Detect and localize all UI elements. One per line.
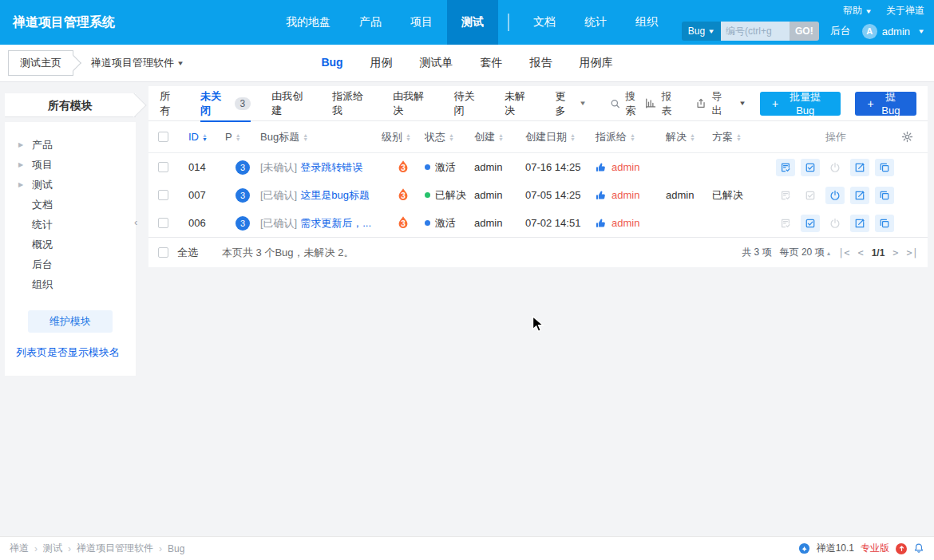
sidebar-item-stats[interactable]: 统计 <box>5 215 136 235</box>
bug-id: 006 <box>188 217 225 229</box>
edit-bug-button[interactable] <box>850 187 869 204</box>
copy-bug-button[interactable] <box>875 187 894 204</box>
search-type-dropdown[interactable]: Bug▼ <box>682 22 721 41</box>
bug-title-link[interactable]: 这里是bug标题 <box>300 189 370 201</box>
report-link[interactable]: 报表 <box>645 89 681 118</box>
first-page-button[interactable]: |< <box>838 247 849 258</box>
close-bug-button[interactable] <box>825 159 845 176</box>
col-resolver[interactable]: 解决▲▼ <box>666 130 712 144</box>
about-link[interactable]: 关于禅道 <box>886 4 924 18</box>
prev-page-button[interactable]: < <box>857 247 863 258</box>
confirm-bug-button[interactable] <box>776 215 795 232</box>
filter-all[interactable]: 所有 <box>160 86 180 121</box>
col-title[interactable]: Bug标题▲▼ <box>260 130 382 144</box>
edit-bug-button[interactable] <box>850 215 869 232</box>
copy-bug-button[interactable] <box>875 159 894 176</box>
collapse-arrow-icon[interactable]: ▶ <box>18 135 23 155</box>
help-menu[interactable]: 帮助▼ <box>843 4 872 18</box>
row-checkbox[interactable] <box>158 218 168 228</box>
col-status[interactable]: 状态▲▼ <box>425 130 474 144</box>
tab-report[interactable]: 报告 <box>530 56 552 70</box>
table-row[interactable]: 006 3 [已确认]需求更新后，... 3 激活 admin 07-02 14… <box>148 209 928 237</box>
row-checkbox[interactable] <box>158 162 168 172</box>
nav-product[interactable]: 产品 <box>345 0 396 45</box>
per-page-select[interactable]: 每页 20 项 ▴ <box>780 246 830 259</box>
table-row[interactable]: 007 3 [已确认]这里是bug标题 3 已解决 admin 07-05 14… <box>148 181 928 209</box>
breadcrumb-product[interactable]: 禅道项目管理软件 <box>77 542 153 555</box>
edit-bug-button[interactable] <box>850 159 869 176</box>
close-bug-button[interactable] <box>825 187 845 204</box>
upgrade-notice-icon[interactable] <box>896 543 907 554</box>
nav-test[interactable]: 测试 <box>447 0 498 45</box>
breadcrumb-bug[interactable]: Bug <box>168 543 184 554</box>
filter-opened-by-me[interactable]: 由我创建 <box>271 86 311 121</box>
filter-assigned-to-me[interactable]: 指派给我 <box>332 86 372 121</box>
breadcrumb-test[interactable]: 测试 <box>43 542 62 555</box>
sidebar-item-overview[interactable]: 概况 <box>5 235 136 254</box>
bug-title-link[interactable]: 需求更新后，... <box>300 217 371 229</box>
close-bug-button[interactable] <box>825 215 845 232</box>
row-checkbox[interactable] <box>158 190 168 200</box>
sidebar-item-doc[interactable]: 文档 <box>5 195 136 215</box>
select-all-checkbox[interactable] <box>158 247 168 258</box>
resolve-bug-button[interactable] <box>801 159 820 176</box>
col-severity[interactable]: 级别▲▼ <box>382 130 425 144</box>
filter-more-dropdown[interactable]: 更多▼ <box>555 86 585 121</box>
product-switcher[interactable]: 禅道项目管理软件▼ <box>91 56 184 70</box>
search-toggle[interactable]: 搜索 <box>610 89 645 118</box>
nav-org[interactable]: 组织 <box>621 0 672 45</box>
col-id[interactable]: ID▲▼ <box>188 131 225 143</box>
sidebar-item-project[interactable]: ▶项目 <box>5 155 136 175</box>
global-search-input[interactable] <box>721 22 790 41</box>
nav-project[interactable]: 项目 <box>396 0 447 45</box>
filter-to-close[interactable]: 待关闭 <box>453 86 484 121</box>
batch-add-bug-button[interactable]: +批量提Bug <box>760 92 841 116</box>
filter-resolved-by-me[interactable]: 由我解决 <box>393 86 433 121</box>
col-resolution[interactable]: 方案▲▼ <box>712 130 776 144</box>
show-module-name-link[interactable]: 列表页是否显示模块名 <box>16 345 136 360</box>
sidebar-item-test[interactable]: ▶测试 <box>5 175 136 195</box>
column-settings-button[interactable] <box>896 131 918 143</box>
notification-bell-icon[interactable] <box>913 542 924 554</box>
next-page-button[interactable]: > <box>892 247 898 258</box>
sidebar-item-product[interactable]: ▶产品 <box>5 135 136 155</box>
all-modules-header[interactable]: 所有模块 <box>5 93 136 117</box>
col-priority[interactable]: P▲▼ <box>225 131 260 143</box>
col-created[interactable]: 创建日期▲▼ <box>525 130 596 144</box>
tab-testtask[interactable]: 测试单 <box>420 56 453 70</box>
go-button[interactable]: GO! <box>790 22 819 41</box>
nav-my[interactable]: 我的地盘 <box>271 0 345 45</box>
sidebar-collapse-handle[interactable]: ‹ <box>134 216 137 228</box>
select-all-checkbox[interactable] <box>158 132 168 142</box>
tab-bug[interactable]: Bug <box>321 56 342 70</box>
export-dropdown[interactable]: 导出▼ <box>695 89 746 118</box>
bug-title-link[interactable]: 登录跳转错误 <box>300 161 362 173</box>
resolve-bug-button[interactable] <box>801 215 820 232</box>
last-page-button[interactable]: >| <box>907 247 918 258</box>
table-row[interactable]: 014 3 [未确认]登录跳转错误 3 激活 admin 07-16 14:25… <box>148 153 928 181</box>
col-assigned[interactable]: 指派给▲▼ <box>596 130 666 144</box>
sidebar-item-admin[interactable]: 后台 <box>5 254 136 274</box>
test-home-tab[interactable]: 测试主页 <box>8 50 73 76</box>
add-bug-button[interactable]: +提Bug <box>855 92 916 116</box>
nav-stats[interactable]: 统计 <box>570 0 621 45</box>
tab-caselib[interactable]: 用例库 <box>580 56 613 70</box>
edition-link[interactable]: 专业版 <box>861 542 889 555</box>
resolve-bug-button[interactable] <box>801 187 820 204</box>
tab-suite[interactable]: 套件 <box>481 56 503 70</box>
sidebar-item-org[interactable]: 组织 <box>5 274 136 294</box>
filter-unresolved[interactable]: 未解决 <box>505 86 535 121</box>
breadcrumb-zentao[interactable]: 禅道 <box>10 542 29 555</box>
maintain-modules-button[interactable]: 维护模块 <box>28 310 113 333</box>
collapse-arrow-icon[interactable]: ▶ <box>18 175 23 195</box>
col-creator[interactable]: 创建▲▼ <box>474 130 525 144</box>
confirm-bug-button[interactable] <box>776 187 795 204</box>
confirm-bug-button[interactable] <box>776 159 795 176</box>
user-menu[interactable]: A admin ▼ <box>862 24 924 39</box>
filter-unclosed[interactable]: 未关闭 3 <box>200 86 251 121</box>
collapse-arrow-icon[interactable]: ▶ <box>18 155 23 175</box>
copy-bug-button[interactable] <box>875 215 894 232</box>
admin-panel-link[interactable]: 后台 <box>830 24 851 38</box>
nav-doc[interactable]: 文档 <box>519 0 570 45</box>
tab-case[interactable]: 用例 <box>370 56 393 70</box>
